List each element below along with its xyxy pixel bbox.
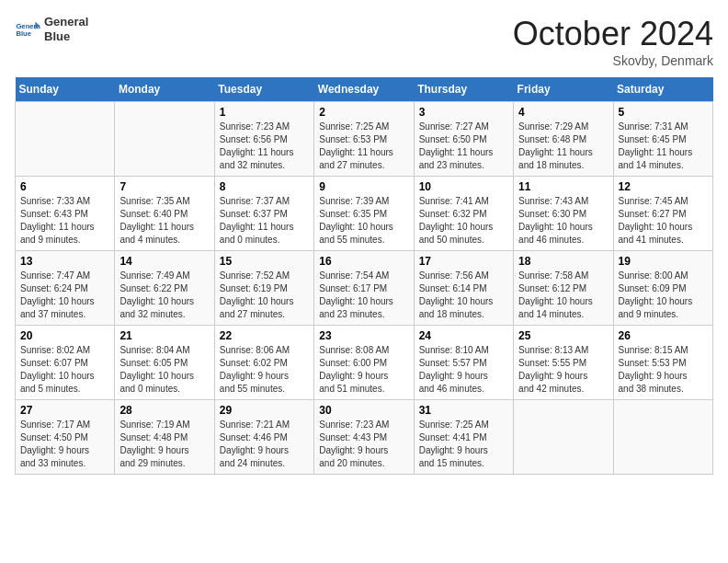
day-info: Sunrise: 7:52 AMSunset: 6:19 PMDaylight:… [220, 270, 309, 321]
day-info: Sunrise: 7:23 AMSunset: 6:56 PMDaylight:… [220, 121, 309, 172]
calendar-cell: 25Sunrise: 8:13 AMSunset: 5:55 PMDayligh… [514, 326, 613, 400]
day-number: 7 [119, 180, 209, 193]
calendar-cell [16, 102, 115, 177]
logo-line2: Blue [44, 29, 88, 44]
calendar-cell: 2Sunrise: 7:25 AMSunset: 6:53 PMDaylight… [314, 102, 414, 177]
day-info: Sunrise: 7:56 AMSunset: 6:14 PMDaylight:… [419, 270, 508, 321]
weekday-header-row: SundayMondayTuesdayWednesdayThursdayFrid… [16, 77, 713, 102]
day-info: Sunrise: 7:43 AMSunset: 6:30 PMDaylight:… [518, 195, 608, 247]
day-number: 31 [419, 404, 508, 417]
calendar-cell: 24Sunrise: 8:10 AMSunset: 5:57 PMDayligh… [414, 326, 513, 400]
day-number: 9 [319, 180, 408, 193]
day-info: Sunrise: 7:23 AMSunset: 4:43 PMDaylight:… [319, 419, 408, 470]
calendar-cell: 26Sunrise: 8:15 AMSunset: 5:53 PMDayligh… [613, 326, 712, 400]
day-info: Sunrise: 7:25 AMSunset: 6:53 PMDaylight:… [319, 121, 408, 172]
day-number: 15 [220, 255, 309, 268]
calendar-cell: 9Sunrise: 7:39 AMSunset: 6:35 PMDaylight… [314, 177, 414, 251]
day-info: Sunrise: 7:49 AMSunset: 6:22 PMDaylight:… [119, 270, 209, 321]
day-number: 1 [220, 106, 309, 119]
day-info: Sunrise: 8:13 AMSunset: 5:55 PMDaylight:… [518, 344, 608, 396]
calendar-cell: 27Sunrise: 7:17 AMSunset: 4:50 PMDayligh… [16, 400, 115, 475]
weekday-header-tuesday: Tuesday [214, 77, 313, 102]
calendar-cell: 22Sunrise: 8:06 AMSunset: 6:02 PMDayligh… [214, 326, 313, 400]
day-number: 26 [619, 329, 708, 342]
day-number: 30 [319, 404, 408, 417]
day-number: 23 [319, 329, 408, 342]
day-number: 29 [220, 404, 309, 417]
day-number: 19 [619, 255, 708, 268]
day-info: Sunrise: 7:47 AMSunset: 6:24 PMDaylight:… [20, 270, 109, 321]
calendar-cell: 28Sunrise: 7:19 AMSunset: 4:48 PMDayligh… [115, 400, 214, 475]
logo: General Blue General Blue [15, 15, 88, 43]
weekday-header-sunday: Sunday [16, 77, 115, 102]
logo-icon: General Blue [15, 17, 40, 42]
weekday-header-friday: Friday [514, 77, 613, 102]
day-info: Sunrise: 7:25 AMSunset: 4:41 PMDaylight:… [419, 419, 508, 470]
weekday-header-monday: Monday [115, 77, 214, 102]
day-info: Sunrise: 7:54 AMSunset: 6:17 PMDaylight:… [319, 270, 408, 321]
calendar-cell: 18Sunrise: 7:58 AMSunset: 6:12 PMDayligh… [514, 251, 613, 326]
day-number: 14 [119, 255, 209, 268]
day-info: Sunrise: 7:45 AMSunset: 6:27 PMDaylight:… [619, 195, 708, 247]
day-info: Sunrise: 7:17 AMSunset: 4:50 PMDaylight:… [20, 419, 109, 470]
day-info: Sunrise: 8:15 AMSunset: 5:53 PMDaylight:… [619, 344, 708, 396]
day-number: 5 [619, 106, 708, 119]
day-info: Sunrise: 7:39 AMSunset: 6:35 PMDaylight:… [319, 195, 408, 247]
day-number: 11 [518, 180, 608, 193]
calendar-cell: 7Sunrise: 7:35 AMSunset: 6:40 PMDaylight… [115, 177, 214, 251]
day-info: Sunrise: 7:29 AMSunset: 6:48 PMDaylight:… [518, 121, 608, 172]
calendar-cell: 21Sunrise: 8:04 AMSunset: 6:05 PMDayligh… [115, 326, 214, 400]
day-number: 18 [518, 255, 608, 268]
day-number: 27 [20, 404, 109, 417]
weekday-header-thursday: Thursday [414, 77, 513, 102]
month-title: October 2024 [513, 15, 713, 53]
calendar-cell: 30Sunrise: 7:23 AMSunset: 4:43 PMDayligh… [314, 400, 414, 475]
calendar-cell [115, 102, 214, 177]
week-row-2: 6Sunrise: 7:33 AMSunset: 6:43 PMDaylight… [16, 177, 713, 251]
day-number: 13 [20, 255, 109, 268]
calendar-table: SundayMondayTuesdayWednesdayThursdayFrid… [15, 77, 713, 475]
weekday-header-saturday: Saturday [613, 77, 712, 102]
day-number: 10 [419, 180, 508, 193]
day-number: 3 [419, 106, 508, 119]
week-row-1: 1Sunrise: 7:23 AMSunset: 6:56 PMDaylight… [16, 102, 713, 177]
calendar-cell: 8Sunrise: 7:37 AMSunset: 6:37 PMDaylight… [214, 177, 313, 251]
calendar-cell: 13Sunrise: 7:47 AMSunset: 6:24 PMDayligh… [16, 251, 115, 326]
day-info: Sunrise: 8:10 AMSunset: 5:57 PMDaylight:… [419, 344, 508, 396]
day-number: 28 [119, 404, 209, 417]
calendar-cell: 3Sunrise: 7:27 AMSunset: 6:50 PMDaylight… [414, 102, 513, 177]
day-number: 25 [518, 329, 608, 342]
day-number: 16 [319, 255, 408, 268]
day-info: Sunrise: 7:27 AMSunset: 6:50 PMDaylight:… [419, 121, 508, 172]
calendar-cell [613, 400, 712, 475]
logo-text: General Blue [44, 15, 88, 43]
day-info: Sunrise: 8:08 AMSunset: 6:00 PMDaylight:… [319, 344, 408, 396]
day-number: 20 [20, 329, 109, 342]
day-number: 22 [220, 329, 309, 342]
calendar-cell: 10Sunrise: 7:41 AMSunset: 6:32 PMDayligh… [414, 177, 513, 251]
week-row-5: 27Sunrise: 7:17 AMSunset: 4:50 PMDayligh… [16, 400, 713, 475]
day-info: Sunrise: 8:02 AMSunset: 6:07 PMDaylight:… [20, 344, 109, 396]
calendar-cell: 15Sunrise: 7:52 AMSunset: 6:19 PMDayligh… [214, 251, 313, 326]
calendar-cell: 19Sunrise: 8:00 AMSunset: 6:09 PMDayligh… [613, 251, 712, 326]
day-number: 12 [619, 180, 708, 193]
calendar-cell: 1Sunrise: 7:23 AMSunset: 6:56 PMDaylight… [214, 102, 313, 177]
weekday-header-wednesday: Wednesday [314, 77, 414, 102]
day-info: Sunrise: 7:58 AMSunset: 6:12 PMDaylight:… [518, 270, 608, 321]
day-number: 24 [419, 329, 508, 342]
day-info: Sunrise: 8:04 AMSunset: 6:05 PMDaylight:… [119, 344, 209, 396]
day-number: 4 [518, 106, 608, 119]
title-block: October 2024 Skovby, Denmark [513, 15, 713, 68]
logo-line1: General [44, 15, 88, 29]
calendar-cell: 14Sunrise: 7:49 AMSunset: 6:22 PMDayligh… [115, 251, 214, 326]
day-info: Sunrise: 7:19 AMSunset: 4:48 PMDaylight:… [119, 419, 209, 470]
calendar-cell: 12Sunrise: 7:45 AMSunset: 6:27 PMDayligh… [613, 177, 712, 251]
calendar-cell: 23Sunrise: 8:08 AMSunset: 6:00 PMDayligh… [314, 326, 414, 400]
calendar-cell: 16Sunrise: 7:54 AMSunset: 6:17 PMDayligh… [314, 251, 414, 326]
page-header: General Blue General Blue October 2024 S… [15, 15, 713, 68]
calendar-cell [514, 400, 613, 475]
day-number: 8 [220, 180, 309, 193]
day-info: Sunrise: 7:35 AMSunset: 6:40 PMDaylight:… [119, 195, 209, 247]
calendar-cell: 17Sunrise: 7:56 AMSunset: 6:14 PMDayligh… [414, 251, 513, 326]
calendar-cell: 31Sunrise: 7:25 AMSunset: 4:41 PMDayligh… [414, 400, 513, 475]
